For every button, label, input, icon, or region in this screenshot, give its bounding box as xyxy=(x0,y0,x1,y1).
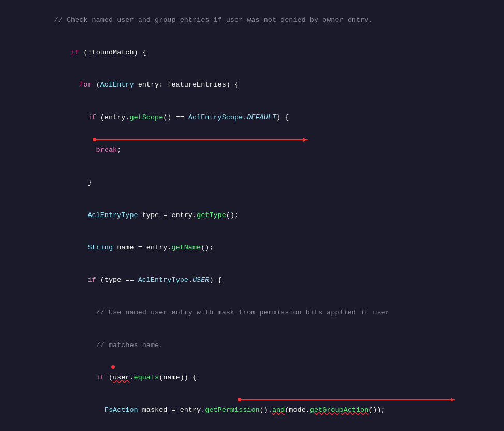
code-content: } xyxy=(29,167,92,199)
code-line-13: FsAction masked = entry.getPermission().… xyxy=(0,394,504,427)
code-content: if (masked.implies(access)) { xyxy=(29,427,226,431)
code-line-11: // matches name. xyxy=(0,329,504,362)
code-line-2: if (!foundMatch) { xyxy=(0,37,504,69)
code-content: AclEntryType type = entry.getType(); xyxy=(29,199,239,232)
code-line-8: String name = entry.getName(); xyxy=(0,232,504,264)
code-content: for (AclEntry entry: featureEntries) { xyxy=(29,69,239,102)
code-line-14: if (masked.implies(access)) { xyxy=(0,427,504,431)
code-content: // Use named user entry with mask from p… xyxy=(29,297,390,329)
code-line-6: } xyxy=(0,167,504,199)
code-line-1: // Check named user and group entries if… xyxy=(0,4,504,37)
red-arrow-break xyxy=(96,139,308,140)
code-content: if (!foundMatch) { xyxy=(29,37,146,69)
code-line-4: if (entry.getScope() == AclEntryScope.DE… xyxy=(0,102,504,134)
code-line-12: if (user.equals(name)) { xyxy=(0,362,504,394)
code-content: // Check named user and group entries if… xyxy=(29,4,373,37)
code-line-9: if (type == AclEntryType.USER) { xyxy=(0,264,504,297)
code-line-3: for (AclEntry entry: featureEntries) { xyxy=(0,69,504,102)
code-content: if (type == AclEntryType.USER) { xyxy=(29,264,222,297)
code-line-10: // Use named user entry with mask from p… xyxy=(0,297,504,329)
red-arrow-and xyxy=(241,399,455,400)
code-content: String name = entry.getName(); xyxy=(29,232,214,264)
code-line-7: AclEntryType type = entry.getType(); xyxy=(0,199,504,232)
code-content: // matches name. xyxy=(29,329,163,362)
code-container: // Check named user and group entries if… xyxy=(0,0,504,431)
code-content: if (entry.getScope() == AclEntryScope.DE… xyxy=(29,102,289,134)
code-line-5: break; xyxy=(0,134,504,167)
